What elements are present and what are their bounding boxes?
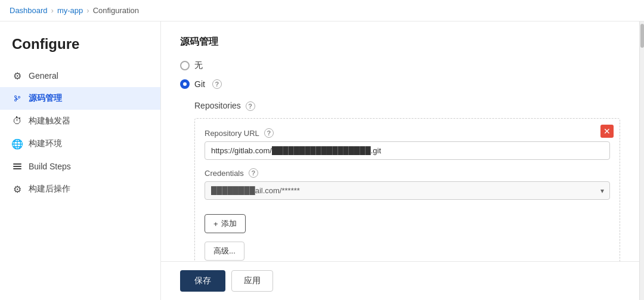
breadcrumb-sep-2: › — [86, 6, 89, 15]
list-icon — [12, 161, 23, 172]
radio-none-circle — [180, 61, 190, 70]
scrollbar[interactable] — [639, 21, 644, 300]
breadcrumb-dashboard[interactable]: Dashboard — [10, 6, 48, 15]
svg-rect-1 — [13, 166, 21, 167]
repo-url-label: Repository URL ? — [205, 128, 610, 138]
fork-icon — [12, 93, 23, 104]
sidebar-item-label-post-build: 构建后操作 — [29, 184, 70, 194]
radio-group: 无 Git ? — [180, 60, 620, 89]
radio-git-label: Git — [194, 79, 205, 89]
repo-url-input[interactable] — [205, 141, 610, 160]
sidebar-item-label-build-steps: Build Steps — [29, 162, 71, 171]
globe-icon: 🌐 — [12, 138, 23, 149]
credentials-label: Credentials ? — [205, 168, 610, 178]
repo-url-field: Repository URL ? — [205, 128, 610, 160]
credentials-select[interactable]: ████████ail.com/****** — [205, 181, 610, 200]
git-help-icon[interactable]: ? — [212, 79, 222, 89]
section-title: 源码管理 — [180, 36, 620, 48]
breadcrumb-sep-1: › — [51, 6, 54, 15]
advanced-button[interactable]: 高级... — [205, 242, 244, 261]
sidebar-item-label-general: General — [29, 71, 58, 81]
sidebar-item-env[interactable]: 🌐 构建环境 — [0, 132, 160, 155]
sidebar-item-build-steps[interactable]: Build Steps — [0, 155, 160, 178]
repository-box: ✕ Repository URL ? Credentials ? — [194, 118, 620, 261]
radio-none[interactable]: 无 — [180, 60, 620, 71]
clock-icon: ⏱ — [12, 116, 23, 126]
apply-button[interactable]: 应用 — [231, 270, 273, 292]
radio-git[interactable]: Git ? — [180, 79, 620, 89]
svg-rect-0 — [13, 163, 21, 165]
add-button-label: 添加 — [221, 218, 237, 229]
radio-git-circle — [180, 79, 190, 89]
sidebar-item-label-source: 源码管理 — [29, 93, 62, 104]
svg-rect-2 — [13, 168, 21, 169]
close-icon: ✕ — [603, 126, 611, 136]
scrollbar-thumb — [640, 24, 644, 48]
footer: 保存 应用 — [161, 261, 639, 300]
sidebar-title: Configure — [0, 36, 160, 64]
sidebar-item-source[interactable]: 源码管理 — [0, 87, 160, 110]
sidebar-item-post-build[interactable]: ⚙ 构建后操作 — [0, 178, 160, 200]
repo-url-help-icon[interactable]: ? — [264, 128, 274, 138]
sidebar-item-general[interactable]: ⚙ General — [0, 64, 160, 87]
gear-icon: ⚙ — [12, 70, 23, 81]
credentials-dropdown-wrap: ████████ail.com/****** ▾ — [205, 181, 610, 200]
breadcrumb: Dashboard › my-app › Configuration — [0, 0, 644, 21]
content-area: 源码管理 无 Git ? Repositories ? — [161, 21, 639, 261]
add-icon: + — [213, 219, 218, 228]
remove-repository-button[interactable]: ✕ — [600, 125, 614, 138]
sidebar-item-label-env: 构建环境 — [29, 138, 62, 149]
credentials-field: Credentials ? ████████ail.com/****** ▾ — [205, 168, 610, 200]
credentials-help-icon[interactable]: ? — [249, 168, 258, 178]
add-repository-button[interactable]: + 添加 — [205, 214, 246, 233]
breadcrumb-myapp[interactable]: my-app — [57, 6, 83, 15]
save-button[interactable]: 保存 — [180, 270, 225, 292]
sidebar-item-trigger[interactable]: ⏱ 构建触发器 — [0, 110, 160, 132]
repositories-help-icon[interactable]: ? — [246, 101, 255, 111]
radio-none-label: 无 — [194, 60, 203, 71]
settings-icon: ⚙ — [12, 184, 23, 194]
repositories-label: Repositories ? — [180, 101, 620, 111]
breadcrumb-configuration: Configuration — [93, 6, 139, 15]
sidebar: Configure ⚙ General 源码管理 ⏱ 构建触发器 🌐 构建环境 — [0, 21, 161, 300]
sidebar-item-label-trigger: 构建触发器 — [29, 116, 70, 126]
